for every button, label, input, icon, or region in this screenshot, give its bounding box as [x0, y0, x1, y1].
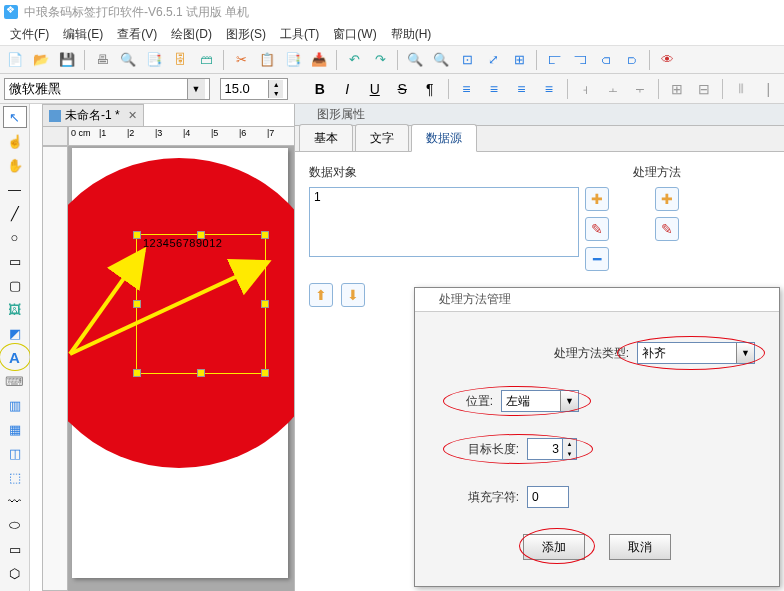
strike-button[interactable]: S: [390, 78, 414, 100]
pos-combo[interactable]: 左端 ▼: [501, 390, 579, 412]
paste2-icon[interactable]: 📥: [308, 49, 330, 71]
paste-icon[interactable]: 📑: [282, 49, 304, 71]
edit-data-button[interactable]: ✎: [585, 217, 609, 241]
move-down-button[interactable]: ⬇: [341, 283, 365, 307]
menu-view[interactable]: 查看(V): [111, 23, 163, 46]
spacing-icon[interactable]: ⫴: [729, 78, 753, 100]
menu-file[interactable]: 文件(F): [4, 23, 55, 46]
doc-tab[interactable]: 未命名-1 * ✕: [42, 104, 144, 126]
fill-tool[interactable]: ◩: [3, 322, 27, 344]
menu-help[interactable]: 帮助(H): [385, 23, 438, 46]
italic-button[interactable]: I: [335, 78, 359, 100]
zoom-in-icon[interactable]: 🔍: [404, 49, 426, 71]
dist2-icon[interactable]: ⊟: [693, 78, 717, 100]
font-size-combo[interactable]: 15.0 ▲▼: [220, 78, 289, 100]
align1-icon[interactable]: ⫍: [543, 49, 565, 71]
hand1-tool[interactable]: ☝: [3, 130, 27, 152]
len-input[interactable]: 3: [527, 438, 563, 460]
tab-text[interactable]: 文字: [355, 124, 409, 151]
close-icon[interactable]: ✕: [128, 109, 137, 122]
redo-icon[interactable]: ↷: [369, 49, 391, 71]
print-icon[interactable]: 🖶: [91, 49, 113, 71]
text-tool[interactable]: A: [3, 346, 27, 368]
handle-nw[interactable]: [133, 231, 141, 239]
align-center-icon[interactable]: ≡: [482, 78, 506, 100]
line-tool[interactable]: —: [3, 178, 27, 200]
qr-tool[interactable]: ▦: [3, 418, 27, 440]
ellipse-tool[interactable]: ⬭: [3, 514, 27, 536]
chevron-down-icon[interactable]: ▼: [187, 79, 205, 99]
add-proc-button[interactable]: ✚: [655, 187, 679, 211]
dialog-title-bar[interactable]: 处理方法管理: [415, 288, 779, 312]
data-list-item[interactable]: 1: [314, 190, 574, 204]
align-justify-icon[interactable]: ≡: [537, 78, 561, 100]
size-spinner[interactable]: ▲▼: [268, 80, 283, 98]
type-combo[interactable]: 补齐 ▼: [637, 342, 755, 364]
selection-box[interactable]: 123456789012: [136, 234, 266, 374]
open-icon[interactable]: 📂: [30, 49, 52, 71]
hand2-tool[interactable]: ✋: [3, 154, 27, 176]
database-icon[interactable]: 🗄: [169, 49, 191, 71]
edit-proc-button[interactable]: ✎: [655, 217, 679, 241]
richtext-tool[interactable]: ⌨: [3, 370, 27, 392]
handle-e[interactable]: [261, 300, 269, 308]
undo-icon[interactable]: ↶: [343, 49, 365, 71]
visibility-icon[interactable]: 👁: [656, 49, 678, 71]
page-setup-icon[interactable]: 📑: [143, 49, 165, 71]
save-icon[interactable]: 💾: [56, 49, 78, 71]
image-tool[interactable]: 🖼: [3, 298, 27, 320]
menu-tools[interactable]: 工具(T): [274, 23, 325, 46]
char-input[interactable]: 0: [527, 486, 569, 508]
add-data-button[interactable]: ✚: [585, 187, 609, 211]
shape2-tool[interactable]: ⬚: [3, 466, 27, 488]
cut-icon[interactable]: ✂: [230, 49, 252, 71]
grid-icon[interactable]: ⊞: [508, 49, 530, 71]
ok-button[interactable]: 添加: [523, 534, 585, 560]
chevron-down-icon[interactable]: ▼: [736, 343, 754, 363]
rect-tool[interactable]: ▭: [3, 250, 27, 272]
database2-icon[interactable]: 🗃: [195, 49, 217, 71]
menu-shape[interactable]: 图形(S): [220, 23, 272, 46]
rrect-tool[interactable]: ▢: [3, 274, 27, 296]
shape1-tool[interactable]: ◫: [3, 442, 27, 464]
align-right-icon[interactable]: ≡: [510, 78, 534, 100]
tab-datasource[interactable]: 数据源: [411, 124, 477, 152]
handle-n[interactable]: [197, 231, 205, 239]
handle-s[interactable]: [197, 369, 205, 377]
para-button[interactable]: ¶: [418, 78, 442, 100]
menu-window[interactable]: 窗口(W): [327, 23, 382, 46]
poly-tool[interactable]: ⬡: [3, 562, 27, 584]
handle-sw[interactable]: [133, 369, 141, 377]
new-icon[interactable]: 📄: [4, 49, 26, 71]
font-combo[interactable]: 微软雅黑 ▼: [4, 78, 210, 100]
menu-edit[interactable]: 编辑(E): [57, 23, 109, 46]
align3-icon[interactable]: ⫏: [595, 49, 617, 71]
diag-tool[interactable]: ╱: [3, 202, 27, 224]
valign1-icon[interactable]: ⫞: [574, 78, 598, 100]
zoom-out-icon[interactable]: 🔍: [430, 49, 452, 71]
handle-se[interactable]: [261, 369, 269, 377]
move-up-button[interactable]: ⬆: [309, 283, 333, 307]
align2-icon[interactable]: ⫎: [569, 49, 591, 71]
roundrect-tool[interactable]: ▭: [3, 538, 27, 560]
menu-draw[interactable]: 绘图(D): [165, 23, 218, 46]
dist1-icon[interactable]: ⊞: [665, 78, 689, 100]
underline-button[interactable]: U: [363, 78, 387, 100]
line-icon[interactable]: |: [757, 78, 781, 100]
text-object[interactable]: 123456789012: [143, 237, 222, 249]
copy-icon[interactable]: 📋: [256, 49, 278, 71]
valign3-icon[interactable]: ⫟: [629, 78, 653, 100]
handle-ne[interactable]: [261, 231, 269, 239]
preview-icon[interactable]: 🔍: [117, 49, 139, 71]
align-left-icon[interactable]: ≡: [455, 78, 479, 100]
circle-tool[interactable]: ○: [3, 226, 27, 248]
select-tool[interactable]: ↖: [3, 106, 27, 128]
cancel-button[interactable]: 取消: [609, 534, 671, 560]
handle-w[interactable]: [133, 300, 141, 308]
chevron-down-icon[interactable]: ▼: [560, 391, 578, 411]
remove-data-button[interactable]: ━: [585, 247, 609, 271]
align4-icon[interactable]: ⫐: [621, 49, 643, 71]
len-spinner[interactable]: ▲▼: [563, 438, 577, 460]
valign2-icon[interactable]: ⫠: [601, 78, 625, 100]
bold-button[interactable]: B: [308, 78, 332, 100]
